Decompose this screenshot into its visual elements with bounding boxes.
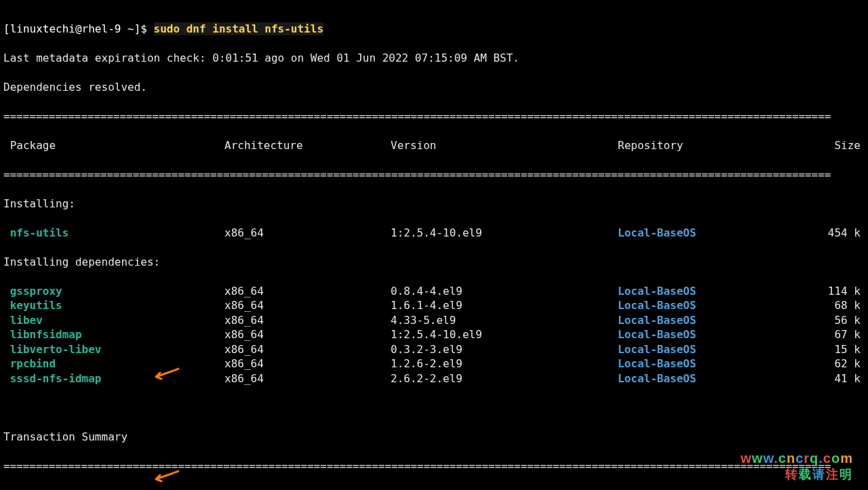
- watermark-note: 转载请注明: [741, 468, 853, 483]
- pkg-repo: Local-BaseOS: [618, 298, 793, 313]
- pkg-version: 1:2.5.4-10.el9: [391, 327, 618, 342]
- pkg-repo: Local-BaseOS: [618, 313, 793, 328]
- table-row: libverto-libevx86_640.3.2-3.el9Local-Bas…: [3, 342, 861, 357]
- separator: ========================================…: [3, 167, 860, 182]
- pkg-name: libev: [3, 313, 224, 328]
- pkg-version: 1:2.5.4-10.el9: [391, 226, 618, 241]
- prompt-userhost: [linuxtechi@rhel-9 ~]$: [3, 22, 154, 35]
- arrow-icon: [151, 441, 179, 490]
- pkg-repo: Local-BaseOS: [618, 371, 793, 386]
- table-row: keyutilsx86_641.6.1-4.el9Local-BaseOS68 …: [3, 298, 861, 313]
- hdr-size: Size: [793, 138, 861, 153]
- pkg-arch: x86_64: [224, 284, 391, 299]
- deps-resolved: Dependencies resolved.: [3, 80, 861, 95]
- section-installing: Installing:: [3, 197, 861, 211]
- pkg-arch: x86_64: [224, 356, 391, 371]
- pkg-size: 68 k: [793, 298, 861, 313]
- pkg-name: gssproxy: [3, 284, 224, 299]
- terminal-window[interactable]: [linuxtechi@rhel-9 ~]$ sudo dnf install …: [0, 0, 865, 490]
- pkg-size: 454 k: [793, 226, 861, 241]
- pkg-size: 56 k: [793, 313, 861, 328]
- pkg-name: sssd-nfs-idmap: [3, 371, 224, 386]
- table-row: libnfsidmapx86_641:2.5.4-10.el9Local-Bas…: [3, 327, 861, 342]
- pkg-arch: x86_64: [224, 327, 391, 342]
- separator: ========================================…: [3, 459, 860, 474]
- prompt-command: sudo dnf install nfs-utils: [154, 22, 323, 35]
- install-count: Install 8 Packages: [3, 488, 861, 491]
- pkg-version: 4.33-5.el9: [391, 313, 618, 328]
- watermark-url: www.cncrq.com: [741, 451, 853, 466]
- pkg-name: nfs-utils: [3, 226, 224, 241]
- pkg-arch: x86_64: [224, 371, 391, 386]
- pkg-arch: x86_64: [224, 226, 391, 241]
- hdr-package: Package: [3, 138, 224, 153]
- pkg-size: 15 k: [793, 342, 861, 357]
- pkg-version: 0.8.4-4.el9: [391, 284, 618, 299]
- blank-line: [3, 401, 861, 415]
- separator: ========================================…: [3, 109, 860, 124]
- pkg-size: 62 k: [793, 356, 861, 371]
- pkg-name: keyutils: [3, 298, 224, 313]
- hdr-version: Version: [391, 138, 618, 153]
- pkg-arch: x86_64: [224, 342, 391, 357]
- pkg-repo: Local-BaseOS: [618, 342, 793, 357]
- pkg-size: 67 k: [793, 327, 861, 342]
- table-row: nfs-utilsx86_641:2.5.4-10.el9Local-BaseO…: [3, 226, 861, 241]
- section-installing-deps: Installing dependencies:: [3, 255, 861, 270]
- prompt-line: [linuxtechi@rhel-9 ~]$ sudo dnf install …: [3, 22, 861, 37]
- hdr-arch: Architecture: [224, 138, 391, 153]
- pkg-repo: Local-BaseOS: [618, 284, 793, 299]
- table-header: PackageArchitectureVersionRepositorySize: [3, 138, 861, 153]
- pkg-version: 1.2.6-2.el9: [391, 356, 618, 371]
- arrow-icon: [151, 338, 179, 396]
- pkg-arch: x86_64: [224, 313, 391, 328]
- pkg-size: 114 k: [793, 284, 861, 299]
- pkg-version: 0.3.2-3.el9: [391, 342, 618, 357]
- table-row: sssd-nfs-idmapx86_642.6.2-2.el9Local-Bas…: [3, 371, 861, 386]
- pkg-name: rpcbind: [3, 356, 224, 371]
- pkg-version: 1.6.1-4.el9: [391, 298, 618, 313]
- pkg-repo: Local-BaseOS: [618, 356, 793, 371]
- pkg-name: libnfsidmap: [3, 327, 224, 342]
- table-row: libevx86_644.33-5.el9Local-BaseOS56 k: [3, 313, 861, 328]
- metadata-line: Last metadata expiration check: 0:01:51 …: [3, 51, 861, 66]
- pkg-size: 41 k: [793, 371, 861, 386]
- watermark: www.cncrq.com 转载请注明: [741, 451, 853, 482]
- pkg-repo: Local-BaseOS: [618, 226, 793, 241]
- pkg-name: libverto-libev: [3, 342, 224, 357]
- pkg-version: 2.6.2-2.el9: [391, 371, 618, 386]
- table-row: gssproxyx86_640.8.4-4.el9Local-BaseOS114…: [3, 284, 861, 299]
- table-row: rpcbindx86_641.2.6-2.el9Local-BaseOS62 k: [3, 356, 861, 371]
- pkg-repo: Local-BaseOS: [618, 327, 793, 342]
- hdr-repo: Repository: [618, 138, 793, 153]
- transaction-summary-title: Transaction Summary: [3, 430, 861, 445]
- pkg-arch: x86_64: [224, 298, 391, 313]
